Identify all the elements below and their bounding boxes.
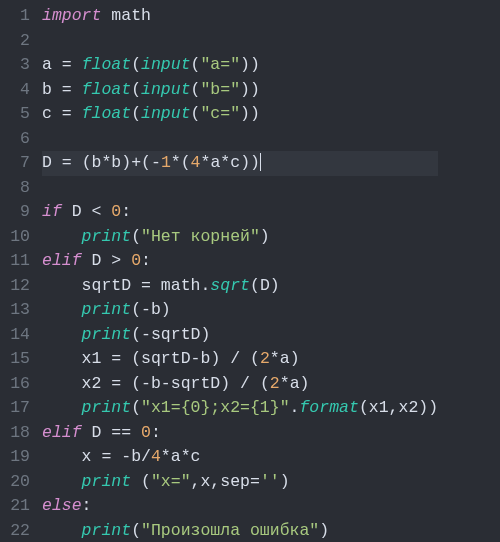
token-id: x2 xyxy=(399,398,419,417)
token-id: x xyxy=(200,472,210,491)
token-pn: ) xyxy=(270,276,280,295)
token-pn: , xyxy=(210,472,220,491)
token-id: sep xyxy=(220,472,250,491)
token-str: '' xyxy=(260,472,280,491)
token-pn: ( xyxy=(131,300,141,319)
token-ws xyxy=(42,276,82,295)
code-line[interactable]: print(-b) xyxy=(42,298,438,323)
code-line[interactable]: print("Произошла ошибка") xyxy=(42,519,438,543)
line-number: 22 xyxy=(0,519,30,543)
line-number: 14 xyxy=(0,323,30,348)
token-ws xyxy=(42,300,82,319)
code-editor[interactable]: 12345678910111213141516171819202122 impo… xyxy=(0,0,500,542)
line-number: 18 xyxy=(0,421,30,446)
code-line[interactable]: x2 = (-b-sqrtD) / (2*a) xyxy=(42,372,438,397)
token-op: * xyxy=(101,153,111,172)
token-pn: ) xyxy=(210,349,220,368)
token-id: a xyxy=(42,55,52,74)
token-id: sqrtD xyxy=(141,349,191,368)
line-number: 13 xyxy=(0,298,30,323)
line-number: 4 xyxy=(0,78,30,103)
code-line[interactable]: print("x1={0};x2={1}".format(x1,x2)) xyxy=(42,396,438,421)
token-fn: print xyxy=(82,325,132,344)
token-op: = xyxy=(62,80,72,99)
token-op: = xyxy=(62,104,72,123)
line-number: 21 xyxy=(0,494,30,519)
line-number-gutter: 12345678910111213141516171819202122 xyxy=(0,0,30,542)
token-id: x1 xyxy=(82,349,102,368)
code-line[interactable] xyxy=(42,176,438,201)
line-number: 15 xyxy=(0,347,30,372)
token-op: = xyxy=(62,153,72,172)
token-pn: ( xyxy=(131,80,141,99)
token-pn: : xyxy=(82,496,92,515)
token-str: "b=" xyxy=(200,80,240,99)
token-fn: print xyxy=(82,521,132,540)
token-op: + xyxy=(131,153,141,172)
token-ws xyxy=(72,55,82,74)
token-id: D xyxy=(92,423,102,442)
code-area[interactable]: import matha = float(input("a="))b = flo… xyxy=(30,0,438,542)
token-id: a xyxy=(290,374,300,393)
code-line[interactable]: print("Нет корней") xyxy=(42,225,438,250)
token-op: * xyxy=(171,153,181,172)
token-fn: print xyxy=(82,472,132,491)
token-pn: ( xyxy=(141,472,151,491)
token-pn: )) xyxy=(418,398,438,417)
code-line[interactable]: print ("x=",x,sep='') xyxy=(42,470,438,495)
code-line[interactable]: elif D > 0: xyxy=(42,249,438,274)
token-ws xyxy=(101,251,111,270)
token-id: sqrtD xyxy=(82,276,132,295)
token-pn: ( xyxy=(131,521,141,540)
code-line[interactable]: import math xyxy=(42,4,438,29)
code-line[interactable]: x = -b/4*a*c xyxy=(42,445,438,470)
token-id: b xyxy=(111,153,121,172)
token-ws xyxy=(101,423,111,442)
code-line[interactable]: print(-sqrtD) xyxy=(42,323,438,348)
token-op: / xyxy=(230,349,240,368)
line-number: 9 xyxy=(0,200,30,225)
token-pn: ( xyxy=(191,55,201,74)
token-ws xyxy=(82,423,92,442)
token-str: "x1={0};x2={1}" xyxy=(141,398,290,417)
token-id: sqrtD xyxy=(171,374,221,393)
code-line[interactable]: b = float(input("b=")) xyxy=(42,78,438,103)
code-line[interactable]: if D < 0: xyxy=(42,200,438,225)
token-ws xyxy=(92,447,102,466)
code-line[interactable]: x1 = (sqrtD-b) / (2*a) xyxy=(42,347,438,372)
token-op: * xyxy=(161,447,171,466)
token-id: b xyxy=(131,447,141,466)
token-ws xyxy=(52,153,62,172)
code-line[interactable] xyxy=(42,29,438,54)
token-ws xyxy=(121,374,131,393)
token-pn: ( xyxy=(131,374,141,393)
code-line[interactable]: sqrtD = math.sqrt(D) xyxy=(42,274,438,299)
token-fn: print xyxy=(82,227,132,246)
code-line[interactable]: else: xyxy=(42,494,438,519)
code-line[interactable]: elif D == 0: xyxy=(42,421,438,446)
token-ws xyxy=(121,349,131,368)
code-line[interactable]: a = float(input("a=")) xyxy=(42,53,438,78)
token-pn: ) xyxy=(290,349,300,368)
line-number: 17 xyxy=(0,396,30,421)
token-id: D xyxy=(260,276,270,295)
token-op: = xyxy=(101,447,111,466)
token-id: a xyxy=(280,349,290,368)
line-number: 12 xyxy=(0,274,30,299)
token-pn: ) xyxy=(220,374,230,393)
code-line[interactable] xyxy=(42,127,438,152)
token-op: - xyxy=(151,153,161,172)
token-ws xyxy=(250,374,260,393)
token-ws xyxy=(240,349,250,368)
code-line[interactable]: D = (b*b)+(-1*(4*a*c)) xyxy=(42,151,438,176)
token-ws xyxy=(62,202,72,221)
token-pn: : xyxy=(151,423,161,442)
line-number: 16 xyxy=(0,372,30,397)
token-id: a xyxy=(210,153,220,172)
token-pn: ( xyxy=(250,349,260,368)
token-ws xyxy=(121,251,131,270)
code-line[interactable]: c = float(input("c=")) xyxy=(42,102,438,127)
token-str: "Произошла ошибка" xyxy=(141,521,319,540)
token-fn: print xyxy=(82,300,132,319)
token-fn: input xyxy=(141,104,191,123)
